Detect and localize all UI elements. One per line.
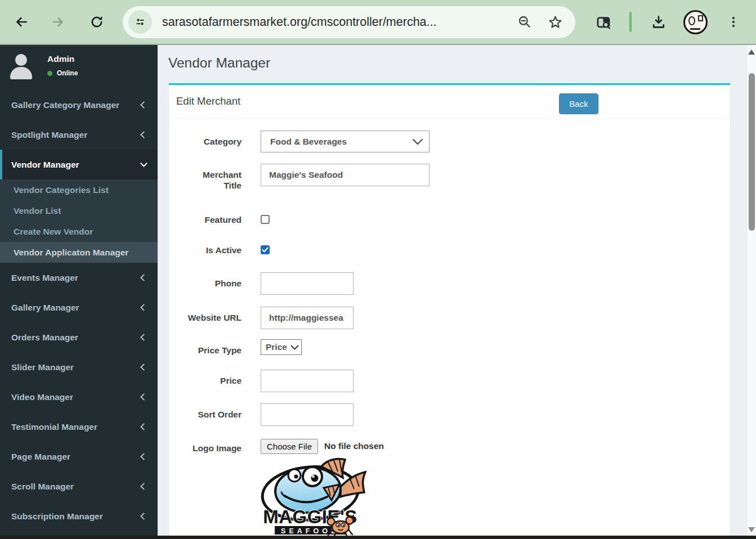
sidebar-item-label: Scroll Manager	[11, 482, 141, 492]
price-label: Price	[187, 370, 241, 386]
sidebar-item-slider-manager[interactable]: Slider Manager	[0, 352, 158, 382]
sidebar: Admin Online Gallery Category ManagerSpo…	[0, 45, 158, 536]
user-panel: Admin Online	[0, 45, 158, 90]
vertical-scrollbar[interactable]	[746, 45, 756, 539]
sidebar-item-label: Slider Manager	[11, 362, 141, 372]
sidebar-item-scroll-manager[interactable]: Scroll Manager	[0, 471, 158, 501]
is-active-checkbox[interactable]	[261, 245, 270, 254]
phone-input[interactable]	[261, 272, 354, 295]
chevron-left-icon	[140, 101, 147, 109]
chevron-left-icon	[140, 304, 147, 311]
chevron-down-icon	[140, 160, 147, 167]
sidebar-item-label: Orders Manager	[11, 333, 141, 343]
sidebar-item-label: Testimonial Manager	[11, 422, 141, 432]
online-status-icon	[47, 71, 52, 76]
sidebar-item-spotlight-manager[interactable]: Spotlight Manager	[0, 120, 158, 150]
sidebar-subitem-vendor-categories-list[interactable]: Vendor Categories List	[0, 179, 158, 200]
logo-image-label: Logo Image	[187, 437, 241, 453]
sidebar-item-orders-manager[interactable]: Orders Manager	[0, 322, 158, 352]
url-text[interactable]: sarasotafarmersmarket.org/cmscontroller/…	[162, 15, 513, 29]
user-avatar-icon	[8, 53, 35, 80]
sidebar-nav: Gallery Category ManagerSpotlight Manage…	[0, 90, 158, 531]
logo-subtitle-text: SEAFOOD	[281, 527, 339, 535]
scroll-up-arrow[interactable]	[748, 50, 755, 55]
price-type-label: Price Type	[187, 339, 241, 356]
chevron-left-icon	[140, 131, 147, 138]
download-icon[interactable]	[646, 10, 671, 34]
sidebar-item-gallery-manager[interactable]: Gallery Manager	[0, 293, 158, 322]
edit-merchant-card: Edit Merchant Back Category Food & Bever…	[169, 83, 730, 536]
sidebar-item-page-manager[interactable]: Page Manager	[0, 442, 158, 471]
chevron-left-icon	[140, 334, 147, 341]
is-active-label: Is Active	[187, 244, 241, 255]
merchant-title-label: Merchant Title	[187, 164, 241, 191]
user-name: Admin	[47, 54, 78, 64]
zoom-out-icon[interactable]	[513, 11, 536, 33]
profile-avatar[interactable]	[683, 10, 708, 34]
featured-checkbox[interactable]	[261, 215, 270, 224]
sidebar-item-label: Spotlight Manager	[11, 130, 141, 140]
online-status-label: Online	[57, 69, 78, 77]
back-button[interactable]: Back	[559, 93, 598, 114]
chevron-left-icon	[140, 363, 147, 371]
sidebar-subitem-create-new-vendor[interactable]: Create New Vendor	[0, 221, 158, 242]
site-settings-icon[interactable]	[128, 10, 152, 34]
browser-back-button[interactable]	[9, 10, 34, 34]
chevron-left-icon	[140, 423, 147, 430]
sidebar-subitem-vendor-list[interactable]: Vendor List	[0, 200, 158, 221]
sidebar-item-testimonial-manager[interactable]: Testimonial Manager	[0, 412, 158, 442]
scrollbar-thumb[interactable]	[749, 73, 755, 231]
bottom-edge-strip	[0, 536, 756, 539]
extension-divider	[629, 12, 632, 32]
scroll-down-arrow[interactable]	[748, 527, 755, 532]
sidebar-item-label: Vendor Manager	[11, 160, 141, 170]
file-status-text: No file chosen	[324, 439, 384, 451]
merchant-logo-image: MAGGIE'S SEAFOOD	[261, 457, 369, 539]
browser-forward-button[interactable]	[46, 10, 70, 34]
category-select[interactable]: Food & Beverages	[261, 131, 430, 152]
kebab-menu-icon[interactable]	[721, 10, 746, 34]
sort-order-label: Sort Order	[187, 403, 241, 420]
sort-order-input[interactable]	[261, 403, 354, 426]
sidebar-item-gallery-category-manager[interactable]: Gallery Category Manager	[0, 90, 158, 120]
browser-reload-button[interactable]	[84, 10, 109, 34]
sidebar-item-label: Subscription Manager	[11, 511, 141, 522]
chevron-down-icon	[412, 138, 423, 148]
edit-merchant-form: Category Food & Beverages Merchant Title…	[169, 119, 730, 539]
sidebar-item-video-manager[interactable]: Video Manager	[0, 382, 158, 412]
chevron-left-icon	[140, 453, 147, 460]
address-bar[interactable]: sarasotafarmersmarket.org/cmscontroller/…	[123, 6, 575, 38]
sidebar-item-label: Video Manager	[11, 392, 141, 402]
sidebar-item-subscription-manager[interactable]: Subscription Manager	[0, 501, 158, 531]
sidebar-subitem-vendor-applicaton-manager[interactable]: Vendor Applicaton Manager	[0, 242, 158, 263]
sidebar-item-vendor-manager[interactable]: Vendor Manager	[0, 150, 158, 179]
main-content: Vendor Manager Edit Merchant Back Catego…	[158, 45, 756, 536]
featured-label: Featured	[187, 214, 241, 224]
price-input[interactable]	[261, 370, 354, 392]
sidebar-item-label: Events Manager	[11, 273, 141, 283]
phone-label: Phone	[187, 272, 241, 289]
website-url-input[interactable]	[261, 307, 354, 329]
sidebar-item-label: Gallery Category Manager	[11, 100, 141, 110]
chevron-down-icon	[290, 343, 299, 353]
card-title: Edit Merchant	[176, 95, 240, 107]
chevron-left-icon	[140, 483, 147, 490]
chevron-left-icon	[140, 274, 147, 281]
search-tabs-icon[interactable]	[591, 10, 616, 34]
browser-toolbar: sarasotafarmersmarket.org/cmscontroller/…	[0, 0, 756, 44]
page-title: Vendor Manager	[168, 55, 270, 71]
choose-file-button[interactable]: Choose File	[261, 439, 318, 454]
website-url-label: Website URL	[187, 307, 241, 323]
sidebar-item-label: Gallery Manager	[11, 303, 141, 313]
category-label: Category	[187, 131, 241, 147]
bookmark-star-icon[interactable]	[544, 11, 566, 33]
sidebar-item-label: Page Manager	[11, 452, 141, 462]
sidebar-item-events-manager[interactable]: Events Manager	[0, 263, 158, 293]
chevron-left-icon	[140, 393, 147, 401]
chevron-left-icon	[140, 513, 147, 520]
sidebar-submenu: Vendor Categories ListVendor ListCreate …	[0, 179, 158, 263]
merchant-title-input[interactable]	[261, 164, 430, 186]
price-type-select[interactable]: Price	[261, 339, 302, 355]
